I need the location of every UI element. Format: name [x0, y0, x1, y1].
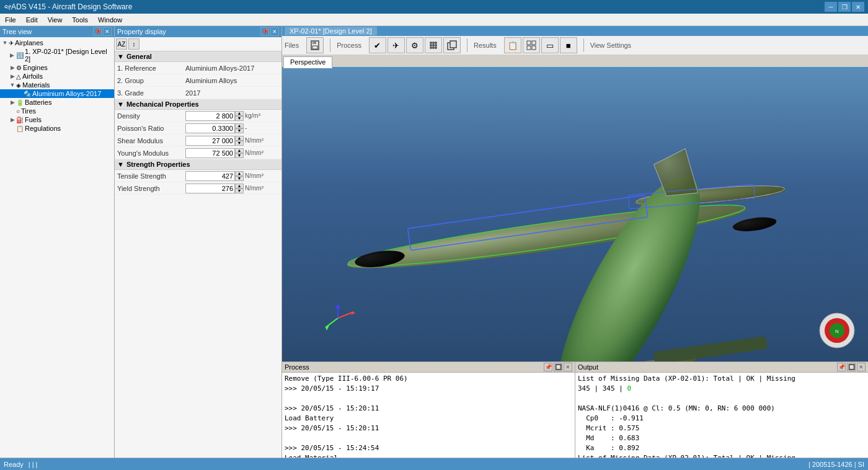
tree-item-regulations[interactable]: 📋 Regulations — [0, 124, 114, 133]
app-title: ADS V415 - Aircraft Design Software — [11, 2, 132, 11]
menu-edit[interactable]: Edit — [21, 15, 43, 25]
tensile-down[interactable]: ▼ — [235, 176, 244, 181]
section-general: ▼ General — [115, 51, 281, 62]
restore-button[interactable]: ❐ — [838, 2, 851, 12]
menu-file[interactable]: File — [0, 15, 21, 25]
app-icon: 🛩 — [4, 2, 11, 11]
plane-button[interactable]: ✈ — [388, 37, 405, 53]
tree-item-batteries[interactable]: ▶ 🔋 Batteries — [0, 98, 114, 107]
airfoil-icon: △ — [16, 73, 21, 80]
results-stop-button[interactable]: ■ — [560, 37, 577, 53]
tree-close-button[interactable]: ✕ — [103, 27, 112, 36]
property-panel: Property display 📌 ✕ AZ ↕ ▼ General — [115, 26, 282, 458]
section-strength-label: Strength Properties — [126, 161, 190, 168]
menu-view[interactable]: View — [43, 15, 68, 25]
output-close-button[interactable]: ✕ — [857, 363, 866, 371]
tree-item-airfoils[interactable]: ▶ △ Airfoils — [0, 72, 114, 81]
sort-az-button[interactable]: AZ — [116, 38, 127, 50]
process-float-button[interactable]: 🔲 — [554, 363, 562, 371]
results-window-button[interactable]: ▭ — [541, 37, 559, 53]
svg-text:N: N — [835, 329, 839, 334]
gear-button[interactable]: ⚙ — [406, 37, 423, 53]
process-section: ✔ ✈ ⚙ — [369, 37, 461, 53]
tree-item-xp02[interactable]: ▶ 🔢 1. XP-02-01* [Design Level 2] — [0, 47, 114, 63]
tree-item-tires[interactable]: ○ Tires — [0, 107, 114, 115]
tree-pin-button[interactable]: 📌 — [93, 27, 102, 36]
yield-up[interactable]: ▲ — [235, 184, 244, 188]
svg-line-35 — [326, 318, 338, 327]
xp-tab-label[interactable]: XP-02-01* [Design Level 2] — [285, 27, 377, 35]
prop-input-tensile[interactable] — [185, 171, 235, 181]
tree-item-engines[interactable]: ▶ ⚙ Engines — [0, 63, 114, 72]
results-table-button[interactable]: 📋 — [504, 37, 521, 53]
svg-point-3 — [430, 42, 432, 44]
material-icon: 🔩 — [24, 91, 31, 97]
output-pin-button[interactable]: 📌 — [837, 363, 846, 371]
main-area: Tree view 📌 ✕ ▼ ✈ Airplanes ▶ 🔢 — [0, 26, 868, 470]
airplane-icon: ✈ — [9, 40, 14, 47]
perspective-tab[interactable]: Perspective — [283, 56, 332, 68]
poisson-down[interactable]: ▼ — [235, 128, 244, 133]
process-header: Process 📌 🔲 ✕ — [282, 362, 575, 373]
fuel-icon: ⛽ — [16, 117, 24, 123]
svg-point-7 — [432, 44, 435, 47]
tree-item-aluminium[interactable]: 🔩 Aluminium Alloys-2017 — [0, 89, 114, 98]
prop-reference: 1. Reference Aluminium Alloys-2017 — [115, 62, 281, 74]
prop-input-poisson[interactable] — [185, 123, 235, 133]
youngs-down[interactable]: ▼ — [235, 153, 244, 158]
tree-item-fuels[interactable]: ▶ ⛽ Fuels — [0, 115, 114, 124]
tree-label-regulations: Regulations — [25, 125, 61, 132]
results-grid-button[interactable] — [523, 37, 540, 53]
tree-item-airplanes[interactable]: ▼ ✈ Airplanes — [0, 38, 114, 47]
yield-down[interactable]: ▼ — [235, 188, 244, 193]
shear-up[interactable]: ▲ — [235, 136, 244, 141]
prop-input-density[interactable] — [185, 111, 235, 121]
prop-input-shear[interactable] — [185, 136, 235, 146]
tree-label-engines: Engines — [23, 64, 48, 71]
copy-button[interactable] — [443, 37, 461, 53]
prop-value-group: Aluminium Alloys — [185, 77, 279, 84]
menu-tools[interactable]: Tools — [67, 15, 93, 25]
output-content: List of Missing Data (XP-02-01): Total |… — [575, 373, 868, 458]
shear-down[interactable]: ▼ — [235, 141, 244, 146]
3d-viewport[interactable]: N — [282, 68, 868, 361]
close-button[interactable]: ✕ — [852, 2, 864, 12]
coordinate-axes — [319, 299, 356, 337]
process-line-7 — [285, 433, 572, 443]
minimize-button[interactable]: ─ — [825, 2, 837, 12]
property-pin-button[interactable]: 📌 — [260, 27, 269, 36]
save-button[interactable] — [306, 37, 324, 53]
prop-input-youngs[interactable] — [185, 148, 235, 158]
prop-unit-density: kg/m³ — [245, 112, 267, 119]
density-up[interactable]: ▲ — [235, 111, 244, 116]
tensile-up[interactable]: ▲ — [235, 171, 244, 176]
tire-icon: ○ — [16, 108, 20, 115]
tree-item-materials[interactable]: ▼ ◈ Materials — [0, 81, 114, 89]
prop-label-shear: Shear Modulus — [117, 137, 185, 144]
property-close-button[interactable]: ✕ — [270, 27, 279, 36]
prop-youngs: Young's Modulus ▲ ▼ N/mm² — [115, 147, 281, 159]
nav-cube[interactable]: N — [818, 312, 856, 349]
expand-icon: ▼ — [1, 40, 9, 46]
poisson-up[interactable]: ▲ — [235, 123, 244, 128]
process-pin-button[interactable]: 📌 — [544, 363, 552, 371]
toolbar-process-label: Process — [337, 42, 361, 49]
sort-num-button[interactable]: ↕ — [128, 38, 140, 50]
output-ok-value: 0 — [627, 384, 631, 392]
menu-window[interactable]: Window — [93, 15, 127, 25]
process-line-4: >>> 20/05/15 - 15:20:11 — [285, 404, 572, 414]
output-float-button[interactable]: 🔲 — [847, 363, 856, 371]
materials-icon: ◈ — [16, 82, 21, 89]
youngs-up[interactable]: ▲ — [235, 148, 244, 153]
property-toolbar: AZ ↕ — [115, 37, 281, 51]
output-panel: Output 📌 🔲 ✕ List of Missing Data (XP-02… — [575, 362, 868, 458]
prop-input-yield[interactable] — [185, 184, 235, 193]
grid-button[interactable] — [425, 37, 442, 53]
engine-icon: ⚙ — [16, 64, 22, 71]
density-down[interactable]: ▼ — [235, 116, 244, 121]
prop-label-grade: 3. Grade — [117, 89, 185, 97]
tree-label-aluminium: Aluminium Alloys-2017 — [32, 90, 101, 97]
process-close-button[interactable]: ✕ — [564, 363, 572, 371]
section-strength: ▼ Strength Properties — [115, 159, 281, 170]
check-button[interactable]: ✔ — [369, 37, 386, 53]
